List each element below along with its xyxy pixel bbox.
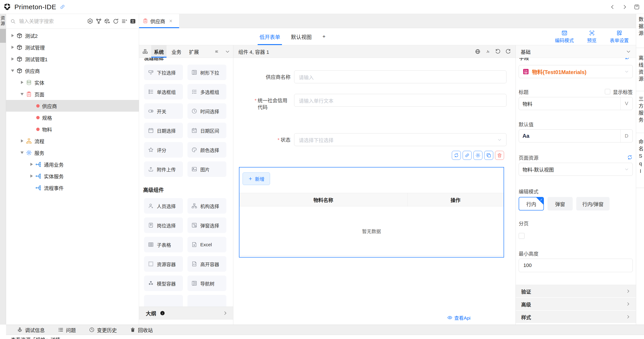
palette-tab-扩展[interactable]: 扩展 [186, 45, 202, 58]
palette-item[interactable]: 导航树 [188, 276, 226, 291]
tree-expand-arrow[interactable] [19, 152, 25, 154]
props-collapsed-section[interactable]: 高级 [516, 298, 636, 310]
tree-expand-arrow[interactable] [10, 34, 16, 37]
undo-button[interactable] [495, 48, 501, 54]
refresh-button[interactable] [112, 18, 119, 24]
palette-item[interactable]: 模型容器 [144, 276, 183, 291]
palette-item[interactable]: 多选框组 [188, 84, 226, 100]
new-box-button[interactable] [104, 18, 110, 24]
palette-item[interactable]: 高开容器 [188, 256, 226, 272]
sync-button[interactable] [452, 151, 461, 160]
rail-tab-resources[interactable]: 资源 [0, 16, 6, 26]
palette-item[interactable]: 资源容器 [144, 256, 183, 272]
preview-button[interactable]: 预览 [582, 30, 602, 44]
tree-expand-arrow[interactable] [28, 163, 34, 166]
redo-button[interactable] [505, 48, 511, 54]
data-binding-select[interactable]: 1:n 物料(Test01Materials) [519, 65, 633, 78]
palette-item[interactable]: 机构选择 [188, 198, 226, 214]
tree-item[interactable]: 通用业务 [6, 158, 139, 170]
right-rail-tab[interactable]: 数据源 [636, 17, 644, 38]
search-input[interactable] [19, 18, 87, 24]
palette-item[interactable]: 弹窗选择 [188, 218, 226, 233]
palette-menu-icon[interactable] [214, 49, 219, 54]
palette-item[interactable]: 人员选择 [144, 198, 183, 214]
form-text-input[interactable]: 请输入 [294, 70, 506, 83]
palette-item[interactable]: 单选框组 [144, 84, 183, 100]
pagination-checkbox[interactable] [519, 233, 524, 239]
palette-tab-系统[interactable]: 系统 [151, 45, 166, 58]
tree-item[interactable]: 流程事件 [6, 182, 139, 194]
trash-button[interactable]: 回收站 [130, 326, 153, 333]
list-button[interactable]: 问题 [58, 326, 76, 333]
palette-item[interactable]: 时间选择 [188, 103, 226, 119]
palette-item[interactable]: 附件上传 [144, 162, 183, 177]
edit-mode-option[interactable]: 弹窗 [548, 197, 573, 210]
nav-forward-button[interactable] [622, 4, 628, 10]
palette-tab-业务[interactable]: 业务 [169, 45, 184, 58]
tree-item[interactable]: 供应商 [6, 65, 139, 76]
tree-item[interactable]: 测试管理 [6, 42, 139, 53]
view-tab[interactable]: 低开表单 [258, 28, 282, 45]
palette-item[interactable]: 树形下拉 [188, 64, 226, 80]
code-button[interactable]: 编码模式 [554, 30, 574, 44]
form-text-input[interactable]: 请输入单行文本 [294, 94, 506, 107]
page-resource-select[interactable]: 物料-默认视图 [519, 163, 633, 176]
right-rail-tab[interactable]: 离线资源 [636, 55, 644, 83]
ai-button[interactable]: AI [87, 18, 94, 24]
palette-collapse-chevron-icon[interactable] [225, 49, 230, 54]
tree-expand-arrow[interactable] [10, 70, 16, 72]
tree-expand-arrow[interactable] [10, 58, 16, 60]
tree-item[interactable]: 供应商 [6, 100, 139, 112]
copy-button[interactable] [484, 151, 493, 160]
tree-expand-arrow[interactable] [19, 93, 25, 96]
bug-button[interactable]: 调试信息 [17, 326, 45, 333]
palette-item[interactable]: 颜色选择 [188, 142, 226, 158]
palette-item[interactable]: 日期选择 [144, 123, 183, 138]
view-tab[interactable]: 默认视图 [289, 28, 314, 45]
gear-button[interactable] [474, 151, 482, 160]
tree-expand-arrow[interactable] [19, 139, 25, 142]
link-icon[interactable] [60, 4, 66, 10]
panel-grid-icon[interactable] [142, 48, 148, 54]
close-icon[interactable] [169, 19, 173, 23]
collapse-all-button[interactable] [121, 18, 128, 24]
right-rail-tab[interactable]: 三方服务 [636, 96, 644, 124]
palette-item[interactable]: 下拉选择 [144, 64, 183, 80]
tree-expand-arrow[interactable] [10, 46, 16, 49]
clock-button[interactable]: 变更历史 [89, 326, 117, 333]
globe-button[interactable] [475, 48, 481, 54]
show-label-checkbox[interactable] [605, 89, 610, 94]
min-height-input[interactable]: 100 [519, 259, 633, 272]
tree-expand-arrow[interactable] [19, 81, 25, 84]
delete-button[interactable] [495, 151, 504, 160]
tree-item[interactable]: 测试管理1 [6, 53, 139, 65]
add-row-button[interactable]: 新增 [242, 172, 270, 185]
nav-back-button[interactable] [609, 4, 616, 10]
js-button[interactable]: Js [485, 48, 491, 54]
add-view-tab[interactable]: + [321, 28, 327, 45]
palette-item[interactable]: 评分 [144, 142, 183, 158]
tree-item[interactable]: 实体 [6, 76, 139, 88]
default-value-input[interactable]: Aa D [519, 130, 633, 142]
document-tab[interactable]: 供应商 [139, 14, 179, 28]
palette-item[interactable]: 子表格 [144, 237, 183, 252]
tree-item[interactable]: 物料 [6, 123, 139, 135]
tree-item[interactable]: 页面 [6, 88, 139, 100]
palette-item[interactable]: 日期区间 [188, 123, 226, 138]
tree-item[interactable]: 服务 [6, 147, 139, 158]
title-input[interactable]: 物料 V [519, 97, 633, 110]
palette-item[interactable]: 岗位选择 [144, 218, 183, 233]
dynamic-toggle-button[interactable]: D [620, 130, 632, 142]
palette-item[interactable]: 图片 [188, 162, 226, 177]
form-settings-button[interactable]: 表单设置 [609, 30, 629, 44]
refresh-resource-icon[interactable] [627, 154, 633, 160]
palette-item[interactable]: 开关 [144, 103, 183, 119]
edit-mode-option[interactable]: 行内/弹窗 [576, 197, 610, 210]
model-button[interactable] [96, 18, 102, 24]
tree-expand-arrow[interactable] [28, 174, 34, 178]
outline-bar[interactable]: 大纲 i [139, 307, 233, 320]
subtable-component[interactable]: 新增 物料名称操作 暂无数据 [239, 167, 504, 258]
tree-item[interactable]: 流程 [6, 135, 139, 147]
props-collapsed-section[interactable]: 验证 [516, 285, 636, 297]
tree-item[interactable]: 实体服务 [6, 170, 139, 182]
